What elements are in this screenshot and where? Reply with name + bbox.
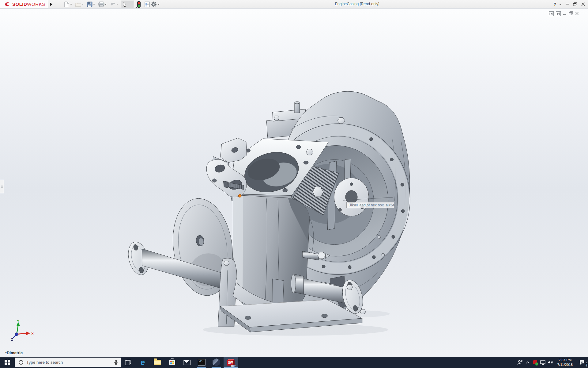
microphone-icon[interactable]	[114, 360, 118, 365]
notification-badge: 3	[585, 362, 588, 366]
options-caret[interactable]	[157, 4, 160, 5]
taskbar-clock[interactable]: 2:37 PM 7/11/2018	[556, 358, 575, 367]
volume-icon	[548, 360, 553, 365]
new-document-button[interactable]	[63, 1, 70, 8]
tray-volume-button[interactable]	[547, 357, 554, 368]
new-document-caret[interactable]	[70, 4, 72, 5]
collapse-right-pane-button[interactable]	[556, 11, 561, 16]
people-button[interactable]	[516, 357, 524, 368]
minimize-button[interactable]	[565, 0, 570, 8]
feature-tree-collapsed-tab[interactable]	[0, 180, 4, 193]
engine-casing-model[interactable]: Y X Z	[0, 9, 588, 357]
taskbar-store-button[interactable]	[165, 357, 179, 368]
taskbar-mail-button[interactable]	[179, 357, 194, 368]
document-window-controls	[549, 11, 579, 17]
triad-z-label: Z	[11, 338, 13, 341]
taskbar-file-explorer-button[interactable]	[150, 357, 165, 368]
clock-time: 2:37 PM	[556, 358, 575, 362]
tray-network-button[interactable]	[539, 357, 547, 368]
hexagon-app-icon	[212, 358, 220, 366]
solidworks-logo[interactable]: SOLIDWORKS	[0, 0, 48, 8]
save-caret[interactable]	[93, 4, 95, 5]
ds-swirl-icon	[4, 2, 11, 7]
system-tray: ✓ 2:37 PM 7/11/2018 3	[516, 357, 588, 368]
solidworks-monitor-icon: ✓	[533, 360, 537, 364]
doc-close-button[interactable]	[575, 11, 579, 17]
undo-caret[interactable]	[116, 4, 119, 5]
command-prompt-icon: C:\_	[198, 359, 205, 366]
file-explorer-icon	[154, 360, 161, 365]
tray-solidworks-button[interactable]: ✓	[531, 357, 539, 368]
help-button[interactable]: ?	[552, 0, 557, 8]
close-button[interactable]	[580, 0, 586, 8]
help-caret[interactable]	[559, 4, 562, 5]
taskbar-hexagon-app-button[interactable]	[209, 357, 224, 368]
doc-restore-button[interactable]	[569, 11, 573, 17]
select-cursor-icon	[123, 2, 127, 7]
window-title: EngineCasing [Read-only]	[335, 2, 379, 6]
cortana-icon	[19, 360, 23, 365]
restore-button[interactable]	[572, 0, 578, 8]
store-icon	[169, 360, 175, 365]
network-icon	[540, 360, 546, 365]
taskbar-command-prompt-button[interactable]: C:\_	[194, 357, 209, 368]
print-button[interactable]	[98, 1, 105, 8]
solidworks-2017-icon: SW 2017	[227, 359, 235, 366]
orientation-triad[interactable]: Y X Z	[11, 320, 34, 342]
view-orientation-label: *Dimetric	[5, 351, 23, 355]
save-button[interactable]	[86, 1, 93, 8]
collapse-left-pane-button[interactable]	[549, 11, 554, 16]
mail-icon	[183, 360, 190, 365]
action-center-button[interactable]: 3	[576, 357, 588, 368]
chevron-up-icon	[526, 361, 530, 364]
windows-logo-icon	[5, 360, 10, 365]
triad-x-label: X	[31, 332, 34, 335]
taskbar-edge-button[interactable]: e	[135, 357, 150, 368]
action-center-icon	[579, 360, 585, 365]
file-properties-button[interactable]	[143, 1, 151, 8]
taskbar-solidworks-button[interactable]: SW 2017	[224, 357, 238, 368]
open-caret[interactable]	[81, 4, 84, 5]
start-button[interactable]	[0, 357, 15, 368]
people-icon	[517, 360, 523, 365]
task-view-icon	[125, 360, 131, 365]
tray-chevron-button[interactable]	[524, 357, 531, 368]
title-bar: SOLIDWORKS	[0, 0, 588, 8]
rebuild-button[interactable]	[135, 1, 142, 8]
task-view-button[interactable]	[121, 357, 135, 368]
open-button[interactable]	[74, 1, 82, 8]
edge-icon: e	[141, 358, 145, 366]
taskbar-search[interactable]	[15, 358, 121, 367]
undo-button[interactable]	[109, 1, 117, 8]
hover-selection-point	[238, 194, 241, 197]
print-caret[interactable]	[104, 4, 107, 5]
options-gear-button[interactable]	[150, 1, 157, 8]
select-tool-button[interactable]	[121, 1, 134, 8]
clock-date: 7/11/2018	[556, 362, 575, 367]
hover-tooltip: BaseHead of hex bolt_ai<6>	[346, 202, 394, 208]
graphics-viewport[interactable]: Y X Z BaseHead of hex bolt_ai<6> *Dimetr…	[0, 9, 588, 357]
search-input[interactable]	[26, 360, 114, 365]
taskbar: e C:\_ SW 2017	[0, 357, 588, 368]
triad-y-label: Y	[17, 320, 19, 323]
menu-flyout-button[interactable]	[49, 2, 53, 7]
brand-text: SOLIDWORKS	[12, 2, 45, 7]
doc-minimize-button[interactable]	[563, 11, 567, 17]
